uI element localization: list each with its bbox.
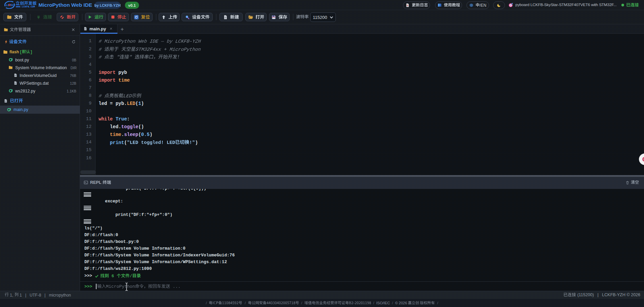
svg-text:SC: SC <box>10 3 15 7</box>
